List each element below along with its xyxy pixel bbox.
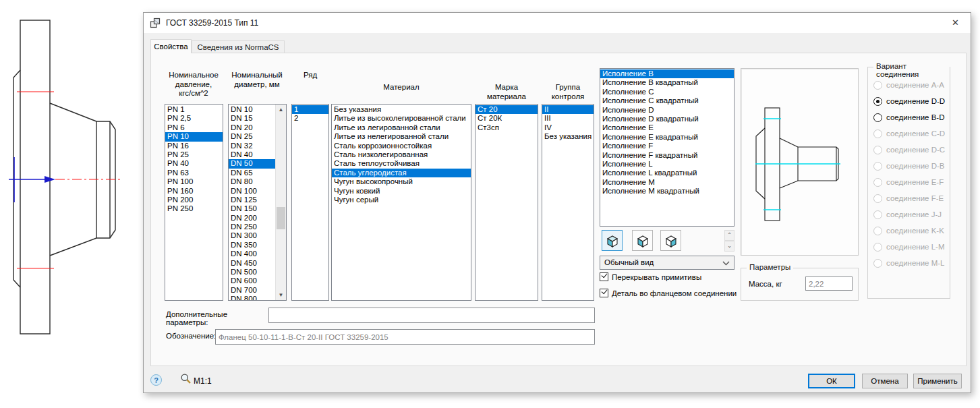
- checkbox-check-icon[interactable]: [600, 289, 608, 297]
- diameter-option[interactable]: DN 350: [229, 241, 276, 250]
- checkbox-check-icon[interactable]: [600, 272, 608, 281]
- grade-list[interactable]: Ст 20Ст 20КСт3сп: [475, 104, 538, 301]
- designation-input[interactable]: [215, 329, 595, 345]
- diameter-option[interactable]: DN 150: [229, 204, 276, 213]
- execution-option[interactable]: Исполнение M квадратный: [600, 187, 734, 196]
- execution-option[interactable]: Исполнение B: [600, 69, 734, 78]
- execution-option[interactable]: Исполнение L: [600, 160, 734, 169]
- diameter-option[interactable]: DN 32: [229, 142, 276, 150]
- pressure-option[interactable]: PN 200: [165, 196, 223, 204]
- diameter-option[interactable]: DN 10: [229, 105, 276, 114]
- cancel-button[interactable]: Отмена: [862, 374, 908, 388]
- pressure-option[interactable]: PN 63: [165, 169, 223, 177]
- diameter-option[interactable]: DN 65: [229, 169, 276, 177]
- overlap-checkbox[interactable]: Перекрывать примитивы: [600, 272, 701, 281]
- pressure-option[interactable]: PN 25: [165, 150, 223, 159]
- extra-params-input[interactable]: [268, 308, 595, 323]
- scrollbar-thumb[interactable]: [277, 207, 285, 229]
- material-option[interactable]: Сталь низколегированная: [332, 150, 471, 159]
- diameter-option[interactable]: DN 15: [229, 114, 276, 123]
- pressure-option[interactable]: PN 40: [165, 159, 223, 168]
- diameter-option[interactable]: DN 500: [229, 268, 276, 276]
- material-option[interactable]: Сталь углеродистая: [332, 169, 471, 177]
- material-option[interactable]: Без указания: [332, 105, 471, 114]
- diameter-option[interactable]: DN 400: [229, 250, 276, 258]
- tab-properties[interactable]: Свойства: [150, 39, 192, 53]
- close-icon[interactable]: ✕: [940, 13, 971, 33]
- connection-radio[interactable]: соединение D-D: [868, 93, 950, 109]
- diameter-option[interactable]: DN 50: [229, 159, 276, 168]
- row-list[interactable]: 12: [291, 104, 329, 301]
- pressure-option[interactable]: PN 10: [165, 132, 223, 141]
- execution-option[interactable]: Исполнение F квадратный: [600, 151, 734, 160]
- material-option[interactable]: Чугун серый: [332, 196, 471, 204]
- grade-option[interactable]: Ст 20: [475, 105, 538, 114]
- zoom-scale-icon[interactable]: [180, 373, 192, 384]
- material-option[interactable]: Литье из легированной стали: [332, 123, 471, 132]
- view-mode-select[interactable]: Обычный вид: [600, 256, 734, 270]
- ok-button[interactable]: ОК: [808, 374, 855, 388]
- diameter-list[interactable]: ▲ ▼ DN 10DN 15DN 20DN 25DN 32DN 40DN 50D…: [228, 104, 287, 301]
- control-option[interactable]: IV: [542, 123, 594, 132]
- grade-option[interactable]: Ст3сп: [475, 123, 538, 132]
- pressure-option[interactable]: PN 1: [165, 105, 223, 114]
- diameter-option[interactable]: DN 250: [229, 223, 276, 231]
- control-option[interactable]: Без указания: [542, 132, 594, 141]
- control-option[interactable]: II: [542, 105, 594, 114]
- diameter-option[interactable]: DN 20: [229, 123, 276, 132]
- scroll-up-icon[interactable]: ⌃: [724, 230, 734, 241]
- diameter-option[interactable]: DN 125: [229, 196, 276, 204]
- scroll-down-icon[interactable]: ⌄: [724, 241, 734, 252]
- cube-right-view-icon[interactable]: [660, 230, 681, 251]
- diameter-option[interactable]: DN 300: [229, 231, 276, 240]
- mass-field[interactable]: [805, 276, 853, 291]
- material-option[interactable]: Литье из высоколегированной стали: [332, 114, 471, 123]
- flange-joint-checkbox[interactable]: Деталь во фланцевом соединении: [600, 289, 737, 297]
- pressure-option[interactable]: PN 16: [165, 142, 223, 150]
- radio-icon[interactable]: [873, 97, 882, 106]
- diameter-option[interactable]: DN 600: [229, 276, 276, 285]
- execution-option[interactable]: Исполнение D: [600, 106, 734, 115]
- control-list[interactable]: IIIIIIVБез указания: [542, 104, 594, 301]
- diameter-option[interactable]: DN 800: [229, 295, 276, 301]
- diameter-option[interactable]: DN 700: [229, 286, 276, 295]
- diameter-option[interactable]: DN 80: [229, 177, 276, 186]
- material-option[interactable]: Литье из нелегированной стали: [332, 132, 471, 141]
- execution-list[interactable]: Исполнение BИсполнение B квадратныйИспол…: [600, 68, 734, 227]
- execution-option[interactable]: Исполнение F: [600, 142, 734, 150]
- apply-button[interactable]: Применить: [913, 374, 962, 388]
- views-scrollbar[interactable]: ⌃ ⌄: [724, 230, 734, 252]
- radio-icon[interactable]: [873, 113, 882, 122]
- connection-radio[interactable]: соединение B-D: [868, 109, 950, 125]
- execution-option[interactable]: Исполнение M: [600, 178, 734, 187]
- row-option[interactable]: 1: [292, 105, 328, 114]
- pressure-option[interactable]: PN 6: [165, 123, 223, 132]
- pressure-list[interactable]: PN 1PN 2,5PN 6PN 10PN 16PN 25PN 40PN 63P…: [165, 104, 223, 301]
- diameter-option[interactable]: DN 200: [229, 214, 276, 223]
- cube-left-view-icon[interactable]: [632, 230, 653, 251]
- grade-option[interactable]: Ст 20К: [475, 114, 538, 123]
- pressure-option[interactable]: PN 2,5: [165, 114, 223, 123]
- diameter-option[interactable]: DN 25: [229, 132, 276, 141]
- execution-option[interactable]: Исполнение C: [600, 88, 734, 96]
- help-icon[interactable]: ?: [150, 374, 162, 386]
- diameter-option[interactable]: DN 450: [229, 259, 276, 268]
- pressure-option[interactable]: PN 100: [165, 177, 223, 186]
- cube-front-view-icon[interactable]: [602, 230, 623, 251]
- execution-option[interactable]: Исполнение L квадратный: [600, 169, 734, 177]
- material-option[interactable]: Чугун высокопрочный: [332, 177, 471, 186]
- execution-option[interactable]: Исполнение D квадратный: [600, 115, 734, 123]
- row-option[interactable]: 2: [292, 114, 328, 123]
- execution-option[interactable]: Исполнение E квадратный: [600, 133, 734, 142]
- diameter-option[interactable]: DN 100: [229, 187, 276, 196]
- execution-option[interactable]: Исполнение C квадратный: [600, 96, 734, 105]
- control-option[interactable]: III: [542, 114, 594, 123]
- scroll-down-icon[interactable]: ▼: [276, 290, 286, 300]
- material-list[interactable]: Без указанияЛитье из высоколегированной …: [331, 104, 471, 301]
- material-option[interactable]: Чугун ковкий: [332, 187, 471, 196]
- material-option[interactable]: Сталь теплоустойчивая: [332, 159, 471, 168]
- pressure-option[interactable]: PN 160: [165, 187, 223, 196]
- scroll-up-icon[interactable]: ▲: [276, 105, 286, 115]
- pressure-option[interactable]: PN 250: [165, 204, 223, 213]
- tab-normacs[interactable]: Сведения из NormaCS: [192, 40, 285, 53]
